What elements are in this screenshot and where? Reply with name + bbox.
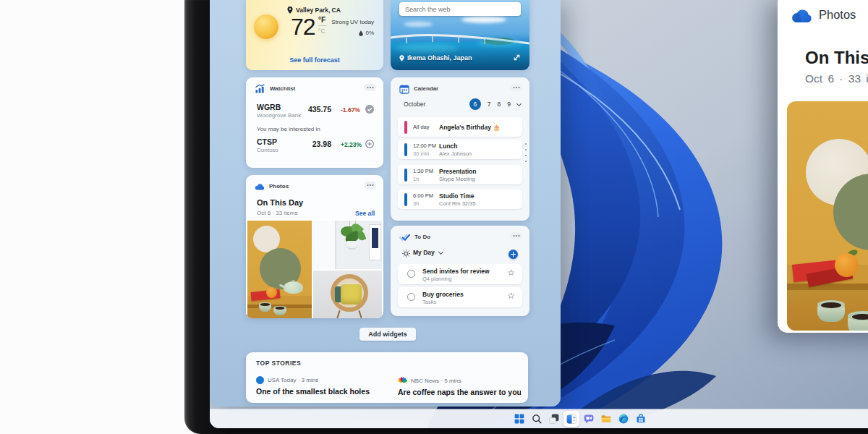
teacup bbox=[848, 317, 868, 331]
watchlist-title: Watchlist bbox=[270, 85, 295, 92]
todo-menu-button[interactable] bbox=[510, 232, 522, 239]
microsoft-store-button[interactable] bbox=[633, 411, 649, 427]
event-duration: 30 min bbox=[413, 150, 430, 157]
task-row[interactable]: Send invites for review Q4 planning ☆ bbox=[398, 264, 522, 284]
on-this-day-heading: On This Day bbox=[257, 198, 303, 207]
photos-widget[interactable]: Photos On This Day Oct 6 · 33 items See … bbox=[246, 175, 383, 318]
top-stories-card[interactable]: TOP STORIES USA Today · 3 mins One of th… bbox=[246, 352, 528, 403]
hanging-plant-photo[interactable] bbox=[313, 221, 382, 269]
add-stock-button[interactable] bbox=[365, 140, 374, 148]
rattan-chair-photo[interactable] bbox=[313, 271, 382, 318]
nbc-news-logo-icon bbox=[398, 376, 407, 385]
calendar-icon bbox=[399, 84, 409, 94]
event-title: Studio Time bbox=[439, 192, 475, 200]
todo-checks-icon bbox=[399, 233, 410, 242]
see-all-link[interactable]: See all bbox=[355, 210, 375, 217]
edge-browser-button[interactable] bbox=[616, 411, 631, 427]
watchlist-menu-button[interactable] bbox=[364, 84, 376, 91]
task-checkbox[interactable] bbox=[407, 270, 415, 278]
todo-title: To Do bbox=[414, 234, 430, 240]
stock-name: Contoso bbox=[257, 147, 278, 153]
still-life-photo[interactable] bbox=[247, 221, 312, 318]
event-subtitle: Alex Johnson bbox=[439, 150, 472, 157]
calendar-scrollbar[interactable] bbox=[525, 143, 527, 162]
start-button[interactable] bbox=[511, 411, 527, 427]
story-headline[interactable]: One of the smallest black holes bbox=[256, 387, 390, 396]
teapot bbox=[284, 281, 303, 294]
see-full-forecast-link[interactable]: See full forecast bbox=[246, 56, 383, 64]
event-color-bar bbox=[404, 169, 407, 182]
add-task-button[interactable] bbox=[509, 250, 518, 259]
task-list-name: Q4 planning bbox=[422, 276, 451, 282]
event-time: All day bbox=[413, 124, 430, 130]
task-row[interactable]: Buy groceries Tasks ☆ bbox=[398, 287, 522, 307]
overlay-meta: Oct 6 · 33 items bbox=[805, 72, 868, 85]
event-time: 1:30 PM bbox=[413, 168, 433, 174]
stock-symbol[interactable]: WGRB bbox=[257, 103, 281, 111]
news-story[interactable]: NBC News · 5 mins Are coffee naps the an… bbox=[398, 376, 521, 396]
droplet-icon bbox=[359, 30, 363, 36]
stock-symbol[interactable]: CTSP bbox=[257, 137, 277, 146]
overlay-app-name: Photos bbox=[819, 8, 856, 22]
file-explorer-button[interactable] bbox=[598, 411, 614, 427]
calendar-widget[interactable]: Calendar October 6 7 8 9 All day Angela'… bbox=[391, 77, 529, 221]
calendar-date[interactable]: 7 bbox=[488, 101, 491, 108]
widgets-button[interactable] bbox=[563, 411, 579, 427]
taskbar-search-button[interactable] bbox=[529, 411, 545, 427]
star-icon[interactable]: ☆ bbox=[507, 292, 515, 300]
calendar-title: Calendar bbox=[414, 85, 438, 92]
task-view-icon bbox=[548, 413, 560, 425]
news-story[interactable]: USA Today · 3 mins One of the smallest b… bbox=[256, 376, 390, 396]
usa-today-logo-icon bbox=[256, 376, 264, 384]
event-color-bar bbox=[404, 143, 407, 156]
calendar-date[interactable]: 9 bbox=[507, 101, 511, 108]
added-check-icon[interactable] bbox=[365, 105, 374, 114]
task-title: Send invites for review bbox=[422, 268, 490, 275]
story-source: USA Today · 3 mins bbox=[268, 377, 318, 383]
add-widgets-button[interactable]: Add widgets bbox=[359, 328, 416, 341]
my-day-label[interactable]: My Day bbox=[413, 249, 435, 256]
star-icon[interactable]: ☆ bbox=[507, 268, 515, 277]
calendar-event[interactable]: All day Angela's Birthday 🎂 bbox=[398, 117, 522, 137]
cloud-photos-icon bbox=[791, 8, 813, 23]
shallow-water bbox=[477, 39, 521, 46]
chevron-down-icon[interactable] bbox=[516, 101, 522, 106]
overlay-still-life-photo[interactable] bbox=[787, 101, 868, 331]
stocks-chart-icon bbox=[255, 84, 265, 93]
weather-widget[interactable]: Valley Park, CA 72 °F °C Strong UV today… bbox=[246, 0, 383, 70]
event-time: 6:00 PM bbox=[413, 192, 433, 199]
calendar-date[interactable]: 8 bbox=[498, 101, 501, 108]
task-title: Buy groceries bbox=[422, 291, 464, 298]
cloud-shape bbox=[461, 16, 506, 23]
calendar-event[interactable]: 12:00 PM 30 min Lunch Alex Johnson bbox=[398, 140, 522, 159]
calendar-event[interactable]: 6:00 PM 3h Studio Time Conf Rm 32/35 bbox=[398, 190, 522, 209]
weather-location-row: Valley Park, CA bbox=[287, 7, 341, 14]
story-source: NBC News · 5 mins bbox=[411, 378, 461, 384]
watchlist-widget[interactable]: Watchlist WGRB Woodgrove Bank 435.75 -1.… bbox=[246, 77, 383, 168]
chevron-down-icon[interactable] bbox=[438, 250, 443, 255]
todo-widget[interactable]: To Do My Day Send inv bbox=[391, 226, 529, 316]
photos-widget-zoom-overlay: Photos On This Day Oct 6 · 33 items bbox=[778, 0, 868, 333]
search-widget[interactable]: Ikema Ohashi, Japan bbox=[391, 0, 529, 70]
chat-button[interactable] bbox=[581, 411, 597, 427]
event-color-bar bbox=[404, 121, 407, 134]
expand-icon[interactable] bbox=[513, 54, 521, 61]
calendar-date-selected[interactable]: 6 bbox=[469, 98, 481, 110]
task-checkbox[interactable] bbox=[407, 293, 415, 301]
weather-condition: Strong UV today bbox=[331, 19, 374, 25]
event-subtitle: Conf Rm 32/35 bbox=[439, 200, 475, 207]
search-input[interactable] bbox=[399, 2, 521, 16]
birthday-cake-emoji: 🎂 bbox=[493, 124, 501, 131]
unit-celsius[interactable]: °C bbox=[318, 27, 327, 35]
event-time: 12:00 PM bbox=[413, 142, 436, 149]
stock-price: 23.98 bbox=[288, 140, 331, 148]
unit-divider bbox=[318, 25, 327, 26]
photos-menu-button[interactable] bbox=[364, 182, 376, 189]
calendar-menu-button[interactable] bbox=[510, 84, 522, 91]
story-headline[interactable]: Are coffee naps the answer to your bbox=[398, 388, 521, 396]
event-duration: 1h bbox=[413, 176, 419, 182]
unit-fahrenheit[interactable]: °F bbox=[318, 16, 327, 24]
photo-collage[interactable] bbox=[246, 219, 383, 318]
task-view-button[interactable] bbox=[546, 411, 562, 427]
calendar-event[interactable]: 1:30 PM 1h Presentation Skype Meeting bbox=[398, 165, 522, 184]
